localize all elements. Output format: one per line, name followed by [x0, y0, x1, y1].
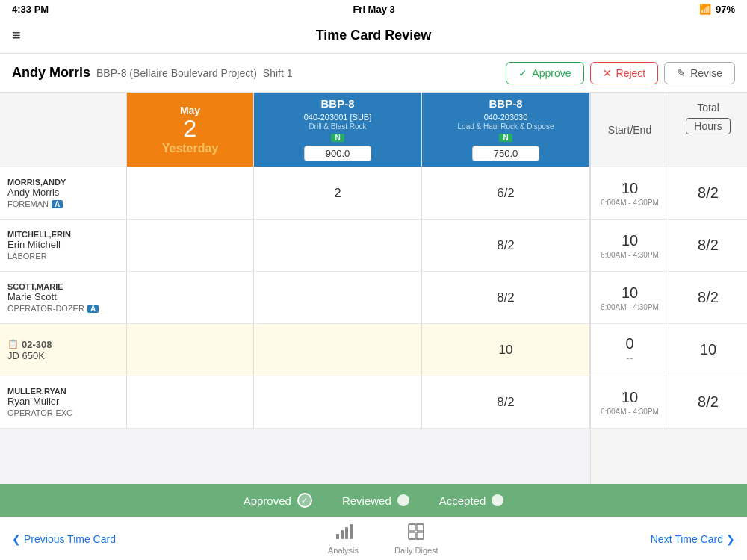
employee-cell-1: MITCHELL,ERIN Erin Mitchell LABORER: [0, 220, 127, 271]
timecard-panel: May 2 Yesterday BBP-8 040-203001 [SUB] D…: [0, 93, 590, 484]
accepted-status: Accepted: [439, 494, 504, 507]
right-body: 106:00AM - 4:30PM8/2106:00AM - 4:30PM8/2…: [591, 167, 747, 484]
daily-digest-icon: [407, 523, 425, 544]
start-end-cell-1: 106:00AM - 4:30PM: [591, 220, 669, 271]
role-label: LABORER: [7, 252, 47, 261]
employee-name: Andy Morris: [12, 65, 90, 81]
role-badge: FOREMAN A: [7, 199, 119, 208]
svg-rect-8: [417, 532, 424, 539]
shift-label: Shift 1: [263, 67, 293, 79]
task-col-2-header: BBP-8 040-203030 Load & Haul Rock & Disp…: [422, 93, 590, 167]
value-cell-1-1: 8/2: [422, 220, 590, 271]
status-footer: Approved ✓ Reviewed Accepted: [0, 484, 747, 517]
col2-code: 040-203030: [484, 113, 528, 122]
revise-button[interactable]: ✎ Revise: [664, 62, 735, 84]
total-cell-3: 10: [669, 324, 747, 376]
pencil-icon: ✎: [677, 67, 686, 79]
table-body: MORRIS,ANDY Andy Morris FOREMAN A 26/2 M…: [0, 167, 590, 484]
status-time: 4:33 PM: [12, 4, 49, 15]
col1-desc: Drill & Blast Rock: [309, 122, 366, 131]
approve-icon: ✓: [518, 67, 527, 79]
date-spacer-cell: [127, 324, 254, 376]
status-bar-right: 📶 97%: [699, 4, 735, 15]
table-row: SCOTT,MARIE Marie Scott OPERATOR-DOZER A…: [0, 272, 590, 324]
right-row-0: 106:00AM - 4:30PM8/2: [591, 167, 747, 220]
value-cell-0-0: 2: [254, 167, 422, 219]
employee-cell-3: 📋 02-308 JD 650K: [0, 324, 127, 376]
right-row-1: 106:00AM - 4:30PM8/2: [591, 220, 747, 272]
reject-icon: ✕: [603, 67, 612, 79]
date-header: May 2 Yesterday: [127, 93, 254, 167]
table-row: MULLER,RYAN Ryan Muller OPERATOR-EXC 8/2: [0, 376, 590, 429]
equipment-id: 📋 02-308: [7, 339, 119, 350]
start-end-cell-0: 106:00AM - 4:30PM: [591, 167, 669, 219]
day-number: 2: [184, 116, 197, 140]
value-cell-3-0: [254, 324, 422, 376]
analysis-icon: [335, 523, 353, 544]
value-cell-1-0: [254, 220, 422, 271]
total-cell-2: 8/2: [669, 272, 747, 323]
right-row-4: 106:00AM - 4:30PM8/2: [591, 376, 747, 429]
value-cell-4-0: [254, 376, 422, 428]
chevron-right-icon: ❯: [726, 533, 735, 545]
right-row-3: 0--10: [591, 324, 747, 376]
start-end-header: Start/End: [591, 93, 669, 167]
reject-button[interactable]: ✕ Reject: [590, 62, 659, 84]
svg-rect-5: [409, 524, 415, 531]
value-cell-2-1: 8/2: [422, 272, 590, 323]
total-cell-4: 8/2: [669, 376, 747, 428]
value-cell-4-1: 8/2: [422, 376, 590, 428]
col1-badge: N: [331, 134, 344, 142]
svg-rect-1: [341, 530, 344, 539]
analysis-tab[interactable]: Analysis: [328, 523, 359, 555]
role-letter-icon: A: [52, 200, 63, 208]
table-row: MITCHELL,ERIN Erin Mitchell LABORER 8/2: [0, 220, 590, 272]
svg-rect-2: [345, 527, 348, 539]
employee-cell-4: MULLER,RYAN Ryan Muller OPERATOR-EXC: [0, 376, 127, 428]
col1-code: 040-203001 [SUB]: [304, 113, 372, 122]
action-buttons: ✓ Approve ✕ Reject ✎ Revise: [506, 62, 735, 84]
col2-qty: 750.0: [472, 146, 539, 161]
role-badge: LABORER: [7, 252, 119, 261]
reviewed-dot-icon: [397, 494, 409, 506]
menu-icon[interactable]: ≡: [12, 27, 21, 44]
employee-col-header: [0, 93, 127, 167]
start-end-cell-2: 106:00AM - 4:30PM: [591, 272, 669, 323]
full-name: Ryan Muller: [7, 396, 119, 407]
full-name: Erin Mitchell: [7, 239, 119, 250]
col1-project: BBP-8: [258, 96, 417, 111]
app-header: ≡ Time Card Review: [0, 18, 747, 54]
value-cell-3-1: 10: [422, 324, 590, 376]
project-info: BBP-8 (Bellaire Boulevard Project): [96, 67, 257, 79]
employee-cell-0: MORRIS,ANDY Andy Morris FOREMAN A: [0, 167, 127, 219]
svg-rect-4: [409, 524, 424, 539]
role-letter-icon: A: [87, 305, 99, 313]
svg-rect-7: [409, 532, 415, 539]
prev-timecard-button[interactable]: ❮ Previous Time Card: [12, 533, 116, 545]
date-spacer-cell: [127, 167, 254, 219]
main-content: May 2 Yesterday BBP-8 040-203001 [SUB] D…: [0, 93, 747, 484]
svg-rect-0: [336, 534, 339, 539]
col2-desc: Load & Haul Rock & Dispose: [458, 122, 554, 131]
nav-tabs: Analysis Daily Digest: [116, 523, 651, 555]
employee-cell-2: SCOTT,MARIE Marie Scott OPERATOR-DOZER A: [0, 272, 127, 323]
start-end-cell-3: 0--: [591, 324, 669, 376]
last-name: MITCHELL,ERIN: [7, 230, 119, 239]
daily-digest-tab[interactable]: Daily Digest: [394, 523, 438, 555]
col2-badge: N: [499, 134, 512, 142]
role-badge: OPERATOR-DOZER A: [7, 304, 119, 313]
value-cell-0-1: 6/2: [422, 167, 590, 219]
approved-status: Approved ✓: [244, 493, 312, 508]
right-header: Start/End Total Hours: [591, 93, 747, 167]
role-badge: OPERATOR-EXC: [7, 408, 119, 417]
status-day: Fri May 3: [353, 4, 394, 15]
total-cell-1: 8/2: [669, 220, 747, 271]
role-label: FOREMAN: [7, 199, 49, 208]
start-end-cell-4: 106:00AM - 4:30PM: [591, 376, 669, 428]
next-timecard-button[interactable]: Next Time Card ❯: [651, 533, 735, 545]
last-name: MORRIS,ANDY: [7, 178, 119, 187]
approve-button[interactable]: ✓ Approve: [506, 62, 583, 84]
last-name: MULLER,RYAN: [7, 387, 119, 396]
wifi-icon: 📶: [699, 4, 711, 15]
total-header: Total Hours: [669, 93, 747, 167]
